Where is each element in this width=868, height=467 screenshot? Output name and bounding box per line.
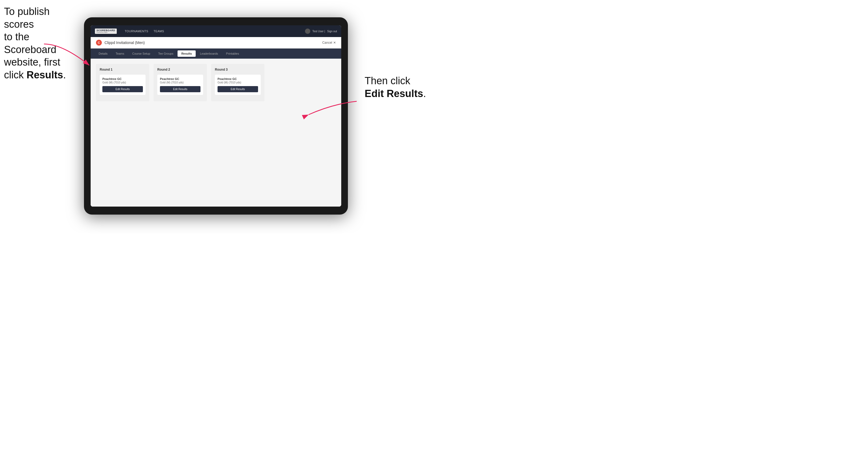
tournament-name: Clippd Invitational (Men) [104,40,145,45]
cancel-button[interactable]: Cancel ✕ [322,41,336,44]
nav-right: Test User | Sign out [305,29,337,34]
round-2-title: Round 2 [157,68,203,71]
main-content: Round 1 Peachtree GC Gold (M) (7010 yds)… [91,59,341,207]
sub-nav: Details Teams Course Setup Tee Groups Re… [91,49,341,59]
round-3-title: Round 3 [215,68,261,71]
nav-tournaments[interactable]: TOURNAMENTS [125,30,148,33]
instruction-line1: To publish scores [4,6,50,30]
instruction-right-line2-bold: Edit Results [365,88,423,99]
tab-results[interactable]: Results [178,51,196,57]
round-2-course-card: Peachtree GC Gold (M) (7010 yds) Edit Re… [157,75,203,95]
round-1-course-card: Peachtree GC Gold (M) (7010 yds) Edit Re… [100,75,146,95]
round-1-title: Round 1 [100,68,146,71]
cancel-label: Cancel [322,41,332,44]
user-avatar [305,29,310,34]
round-1-course-details: Gold (M) (7010 yds) [102,81,143,84]
round-1-column: Round 1 Peachtree GC Gold (M) (7010 yds)… [96,64,149,101]
tablet-screen: SCOREBOARD Powered by clippd TOURNAMENTS… [91,25,341,207]
tab-leaderboards[interactable]: Leaderboards [196,51,222,57]
round-3-edit-results-button[interactable]: Edit Results [218,86,258,92]
instruction-right-line2-suffix: . [423,88,426,99]
top-nav: SCOREBOARD Powered by clippd TOURNAMENTS… [91,25,341,37]
round-2-course-name: Peachtree GC [160,77,200,81]
nav-links: TOURNAMENTS TEAMS [125,30,305,33]
round-1-edit-results-button[interactable]: Edit Results [102,86,143,92]
user-name: Test User | [312,30,325,33]
tab-teams[interactable]: Teams [112,51,128,57]
sign-out-link[interactable]: Sign out [327,30,337,33]
round-3-course-card: Peachtree GC Gold (M) (7010 yds) Edit Re… [215,75,261,95]
round-3-column: Round 3 Peachtree GC Gold (M) (7010 yds)… [211,64,265,101]
arrow-to-results-icon [41,41,100,73]
logo-area: SCOREBOARD Powered by clippd [95,29,117,34]
instruction-line4-prefix: click [4,69,26,81]
round-2-column: Round 2 Peachtree GC Gold (M) (7010 yds)… [154,64,207,101]
round-3-course-name: Peachtree GC [218,77,258,81]
logo-sub: Powered by clippd [96,32,107,33]
arrow-to-edit-results-icon [306,99,359,120]
tab-printables[interactable]: Printables [222,51,243,57]
instruction-right-line1: Then click [365,75,410,86]
tournament-title-area: C Clippd Invitational (Men) [96,40,145,45]
round-3-course-details: Gold (M) (7010 yds) [218,81,258,84]
logo-box: SCOREBOARD Powered by clippd [95,29,117,34]
round-2-course-details: Gold (M) (7010 yds) [160,81,200,84]
instruction-right: Then click Edit Results. [365,75,426,100]
close-icon: ✕ [333,41,336,44]
nav-teams[interactable]: TEAMS [154,30,164,33]
tab-tee-groups[interactable]: Tee Groups [154,51,177,57]
rounds-grid: Round 1 Peachtree GC Gold (M) (7010 yds)… [96,64,336,101]
tournament-header: C Clippd Invitational (Men) Cancel ✕ [91,37,341,49]
round-2-edit-results-button[interactable]: Edit Results [160,86,200,92]
tab-course-setup[interactable]: Course Setup [128,51,154,57]
round-1-course-name: Peachtree GC [102,77,143,81]
